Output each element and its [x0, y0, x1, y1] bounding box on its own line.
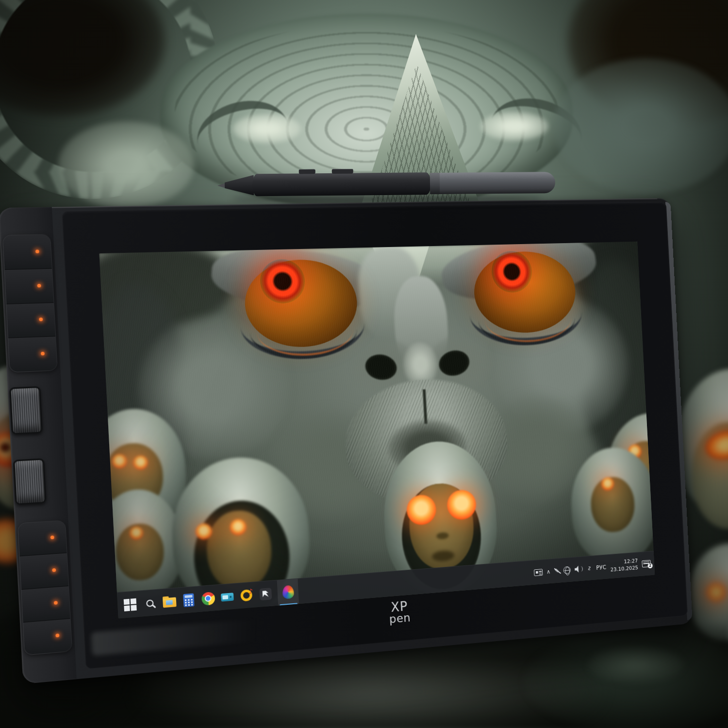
dark-tile-app-button[interactable] — [258, 587, 272, 601]
notification-badge: 2 — [647, 563, 652, 568]
driver-utility-icon[interactable]: ∿ — [586, 564, 594, 572]
key-led-icon — [54, 601, 58, 605]
key-led-icon — [52, 568, 56, 572]
express-key-3[interactable] — [6, 303, 55, 339]
search-button[interactable] — [142, 596, 157, 610]
music-app-button[interactable]: ♪ — [239, 588, 253, 603]
calculator-button[interactable] — [182, 593, 196, 607]
music-ring-icon: ♪ — [240, 589, 252, 601]
notification-center-icon[interactable]: 2 — [642, 560, 651, 568]
express-key-1[interactable] — [3, 234, 52, 269]
clock[interactable]: 12:27 23.10.2025 — [610, 558, 639, 573]
right-lower-eye — [706, 582, 727, 602]
rubble-right-hl — [587, 645, 684, 684]
key-led-icon — [39, 318, 43, 322]
pen-display-icon — [221, 593, 234, 601]
pen-grip — [252, 172, 431, 196]
express-key-5[interactable] — [18, 520, 67, 556]
display-screen[interactable]: ♪ ∧ ✎ ∿ РУС 12:27 — [99, 242, 655, 619]
pen-rear-barrel — [440, 172, 555, 194]
search-icon — [146, 599, 154, 607]
express-key-8[interactable] — [23, 619, 72, 655]
dark-app-icon — [259, 587, 272, 600]
key-led-icon — [55, 634, 59, 638]
chrome-icon — [201, 592, 215, 606]
key-led-icon — [35, 249, 39, 253]
hidden-icons-chevron-icon[interactable]: ∧ — [546, 568, 551, 574]
ambience-left — [58, 121, 194, 209]
roller-wheel-2[interactable] — [13, 458, 47, 505]
roller-wheel-1[interactable] — [9, 386, 43, 435]
key-led-icon — [37, 283, 41, 287]
stylus-pen — [217, 168, 558, 199]
pen-display-app-button[interactable] — [220, 590, 235, 604]
folder-icon — [163, 597, 177, 608]
windows-logo-icon — [123, 598, 136, 611]
express-key-7[interactable] — [21, 586, 70, 622]
crown-scroll-hl-left — [233, 114, 301, 143]
pen-ring — [430, 173, 441, 194]
tablet-body: ♪ ∧ ✎ ∿ РУС 12:27 — [0, 198, 693, 684]
key-group-bottom — [17, 520, 72, 655]
paint-drop-icon — [282, 585, 294, 599]
key-group-top — [2, 234, 58, 372]
start-button[interactable] — [122, 597, 137, 612]
music-note-icon: ♪ — [248, 587, 253, 596]
network-globe-icon[interactable] — [563, 566, 571, 574]
left-goblin-pupil — [0, 443, 11, 452]
crown-scroll-hl-right — [480, 112, 548, 141]
pen-cone — [225, 175, 254, 196]
calculator-icon — [183, 593, 195, 607]
express-key-4[interactable] — [8, 337, 57, 372]
ambience-right — [553, 58, 728, 194]
pen-display-tablet: ♪ ∧ ✎ ∿ РУС 12:27 — [0, 198, 693, 684]
stylus-disabled-icon[interactable]: ✎ — [554, 567, 560, 574]
file-explorer-button[interactable] — [162, 594, 177, 609]
scene: ♪ ∧ ✎ ∿ РУС 12:27 — [0, 0, 728, 728]
language-indicator[interactable]: РУС — [596, 563, 607, 571]
key-led-icon — [41, 352, 45, 356]
express-key-6[interactable] — [20, 553, 69, 590]
pen-button-1[interactable] — [299, 169, 315, 174]
volume-icon[interactable] — [575, 565, 583, 573]
express-key-2[interactable] — [5, 268, 54, 304]
paint-app-button-active[interactable] — [277, 579, 299, 606]
key-led-icon — [50, 535, 54, 539]
chrome-button[interactable] — [201, 591, 215, 606]
pen-button-2[interactable] — [332, 169, 353, 174]
dark-app-glyph-icon — [262, 590, 269, 597]
news-and-interests-icon[interactable] — [533, 569, 542, 576]
